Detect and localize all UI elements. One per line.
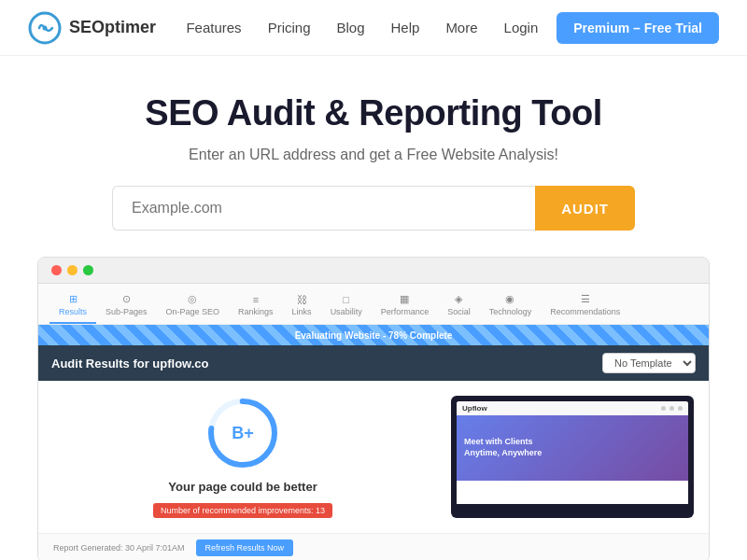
tab-results[interactable]: ⊞ Results: [49, 289, 96, 324]
results-icon: ⊞: [69, 293, 78, 305]
tab-performance-label: Performance: [381, 307, 430, 316]
template-select[interactable]: No Template: [602, 353, 696, 373]
audit-body: B+ Your page could be better Number of r…: [38, 381, 709, 533]
links-icon: ⛓: [297, 294, 307, 305]
laptop-nav-dot-3: [678, 406, 683, 411]
url-input[interactable]: [112, 186, 535, 231]
tab-bar: ⊞ Results ⊙ Sub-Pages ◎ On-Page SEO ≡ Ra…: [38, 284, 709, 325]
hero-section: SEO Audit & Reporting Tool Enter an URL …: [0, 56, 747, 257]
recommendations-icon: ☰: [581, 293, 590, 305]
grade-circle: B+: [205, 396, 280, 470]
report-date: Report Generated: 30 April 7:01AM: [53, 543, 185, 553]
tab-links[interactable]: ⛓ Links: [283, 290, 321, 324]
tab-performance[interactable]: ▦ Performance: [372, 289, 439, 324]
maximize-dot: [83, 265, 93, 275]
laptop-hero: Meet with ClientsAnytime, Anywhere P f t: [457, 415, 688, 481]
report-footer: Report Generated: 30 April 7:01AM Refres…: [38, 533, 709, 560]
nav-pricing[interactable]: Pricing: [268, 20, 311, 35]
tab-results-label: Results: [59, 307, 87, 316]
laptop-mockup: Upflow Meet with ClientsAnytime, Anywher…: [451, 396, 694, 518]
tab-usability[interactable]: □ Usability: [321, 290, 372, 324]
laptop-nav-dots: [661, 406, 683, 411]
svg-point-1: [43, 25, 48, 30]
logo-text: SEOptimer: [69, 18, 156, 37]
improvements-badge: Number of recommended improvements: 13: [153, 503, 332, 518]
tab-social[interactable]: ◈ Social: [438, 289, 480, 324]
laptop-nav-dot-1: [661, 406, 666, 411]
laptop-hero-title: Meet with ClientsAnytime, Anywhere: [464, 437, 681, 458]
audit-button[interactable]: AUDIT: [535, 186, 635, 231]
premium-cta-button[interactable]: Premium – Free Trial: [557, 12, 719, 44]
nav-blog[interactable]: Blog: [336, 20, 364, 35]
logo[interactable]: SEOptimer: [28, 11, 156, 45]
tab-rankings[interactable]: ≡ Rankings: [229, 290, 283, 324]
browser-content: ⊞ Results ⊙ Sub-Pages ◎ On-Page SEO ≡ Ra…: [38, 284, 709, 560]
navbar: SEOptimer Features Pricing Blog Help Mor…: [0, 0, 747, 56]
page-status-text: Your page could be better: [168, 480, 317, 494]
progress-text: Evaluating Website - 78% Complete: [295, 330, 453, 341]
progress-bar: Evaluating Website - 78% Complete: [38, 325, 709, 345]
hero-title: SEO Audit & Reporting Tool: [19, 93, 728, 133]
laptop-topbar: Upflow: [457, 401, 688, 415]
tab-links-label: Links: [292, 307, 312, 316]
nav-login[interactable]: Login: [504, 20, 539, 35]
tab-recommendations-label: Recommendations: [550, 307, 620, 316]
tab-subpages[interactable]: ⊙ Sub-Pages: [96, 289, 157, 324]
left-panel: B+ Your page could be better Number of r…: [53, 396, 432, 518]
nav-help[interactable]: Help: [391, 20, 420, 35]
tab-technology[interactable]: ◉ Technology: [480, 289, 542, 324]
onpage-icon: ◎: [188, 293, 197, 305]
hero-subtitle: Enter an URL address and get a Free Webs…: [19, 147, 728, 163]
logo-icon: [28, 11, 62, 45]
tab-technology-label: Technology: [489, 307, 532, 316]
tab-onpage-seo[interactable]: ◎ On-Page SEO: [157, 289, 230, 324]
subpages-icon: ⊙: [122, 293, 131, 305]
audit-header: Audit Results for upflow.co No Template: [38, 345, 709, 381]
tab-usability-label: Usability: [331, 307, 362, 316]
nav-links: Features Pricing Blog Help More Login: [186, 20, 538, 35]
browser-mockup: ⊞ Results ⊙ Sub-Pages ◎ On-Page SEO ≡ Ra…: [37, 257, 710, 560]
minimize-dot: [67, 265, 78, 275]
grade-label: B+: [232, 424, 254, 443]
nav-features[interactable]: Features: [186, 20, 241, 35]
laptop-screen: Upflow Meet with ClientsAnytime, Anywher…: [457, 401, 688, 504]
close-dot: [51, 265, 62, 275]
nav-more[interactable]: More: [445, 20, 477, 35]
social-icon: ◈: [455, 293, 462, 305]
tab-subpages-label: Sub-Pages: [106, 307, 148, 316]
laptop-brand: Upflow: [462, 404, 487, 413]
laptop-nav-dot-2: [669, 406, 674, 411]
rankings-icon: ≡: [253, 294, 259, 305]
technology-icon: ◉: [505, 293, 514, 305]
performance-icon: ▦: [400, 293, 409, 305]
refresh-button[interactable]: Refresh Results Now: [196, 539, 294, 556]
audit-title: Audit Results for upflow.co: [51, 357, 209, 371]
tab-onpage-label: On-Page SEO: [166, 307, 220, 316]
tab-social-label: Social: [447, 307, 471, 316]
browser-chrome: [38, 258, 709, 284]
search-bar: AUDIT: [112, 186, 635, 231]
tab-rankings-label: Rankings: [238, 307, 274, 316]
usability-icon: □: [343, 294, 349, 305]
tab-recommendations[interactable]: ☰ Recommendations: [541, 289, 629, 324]
